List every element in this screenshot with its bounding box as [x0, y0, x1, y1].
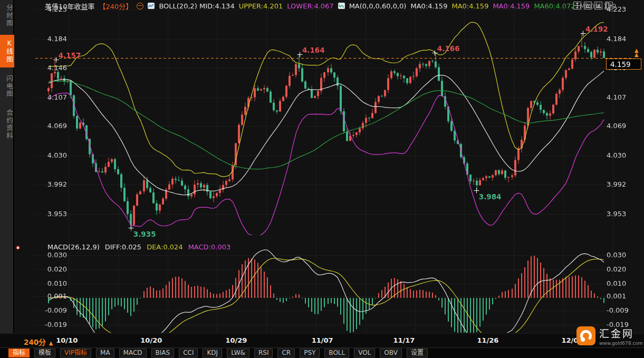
toolbar-button-settings[interactable]: 设置 [407, 349, 428, 357]
macd-axis-tick: 0.010 [607, 279, 626, 287]
price-annotation: 4.164 [302, 46, 325, 54]
main-axis-tick: 4.107 [35, 93, 67, 101]
macd-axis-tick: 0.020 [35, 265, 67, 273]
indicator-header: 美债10年收益率 【240分】 BOLL(20,2) MID:4.134 UPP… [14, 0, 644, 12]
date-axis-row: 240分▲ 10/1010/2010/2911/0711/1711/2612/0… [0, 333, 644, 347]
boll-indicator-icon[interactable] [148, 3, 155, 9]
main-axis-tick: 4.030 [35, 151, 67, 159]
ma-params-label: MA(0,0,0,60,0,0) [349, 2, 407, 10]
macd-axis-tick: 0.030 [35, 251, 67, 259]
toolbar-button-indicator[interactable]: 指标 [8, 349, 30, 357]
toolbar-button-cr[interactable]: CR [277, 349, 295, 357]
bottom-toolbar: 指标模板VIP指标MAMACDBIASCCIKDJLW&RSICRPSYBOLL… [0, 347, 644, 358]
ma1-value: MA0:4.159 [410, 2, 447, 10]
brand-logo: 汇金网 www.gold678.com [576, 326, 643, 346]
toolbar-button-lw[interactable]: LW& [227, 349, 249, 357]
macd-diff-value: DIFF:0.025 [105, 243, 141, 251]
price-annotation: 4.166 [437, 44, 460, 53]
main-axis-tick: 4.184 [35, 35, 67, 43]
main-axis-tick: 3.953 [35, 210, 67, 218]
ma2-value: MA0:4.159 [451, 2, 488, 10]
toolbar-button-vip-indicator[interactable]: VIP指标 [60, 349, 91, 357]
macd-panel-icon[interactable]: ✹ [14, 244, 22, 251]
main-axis-tick: 3.992 [607, 180, 626, 188]
date-tick-10/29: 10/29 [224, 336, 249, 344]
ma5-value: MA0:4.159 [580, 2, 617, 10]
date-tick-10/20: 10/20 [139, 336, 164, 344]
macd-axis-tick: 0.010 [35, 279, 67, 287]
date-tick-11/17: 11/17 [391, 336, 417, 344]
boll-lower-value: LOWER:4.067 [287, 2, 333, 10]
brand-name: 汇金网 [599, 326, 643, 340]
toolbar-button-cci[interactable]: CCI [179, 349, 198, 357]
macd-axis-tick: 0.001 [607, 292, 626, 300]
main-axis-tick: 4.184 [607, 35, 626, 43]
macd-dea-value: DEA:0.024 [147, 243, 183, 251]
sidebar-tab-contract-info[interactable]: 合约资料 [0, 105, 14, 144]
boll-upper-value: UPPER:4.201 [239, 2, 283, 10]
main-axis-tick: 3.953 [607, 210, 626, 218]
sidebar-tab-time-chart[interactable]: 分时图 [0, 0, 14, 32]
ma3-value: MA0:4.159 [493, 2, 530, 10]
toolbar-button-macd[interactable]: MACD [119, 349, 147, 357]
chart-canvas[interactable] [14, 0, 644, 333]
toolbar-button-bias[interactable]: BIAS [151, 349, 175, 357]
price-annotation: 3.935 [133, 230, 156, 238]
chart-main-area: 美债10年收益率 【240分】 BOLL(20,2) MID:4.134 UPP… [14, 0, 644, 333]
timeframe-selector[interactable]: 240分▲ [24, 336, 53, 347]
price-up-arrows-icon: ▲▲ [635, 49, 639, 57]
brand-url: www.gold678.com [599, 341, 643, 346]
toolbar-button-ma[interactable]: MA [96, 349, 114, 357]
date-tick-10/10: 10/10 [54, 336, 80, 344]
toolbar-button-psy[interactable]: PSY [300, 349, 320, 357]
boll-values: BOLL(20,2) MID:4.134 [159, 2, 234, 10]
toolbar-button-template[interactable]: 模板 [34, 349, 55, 357]
sidebar: 分时图K线图闪电图合约资料 [0, 0, 14, 333]
toolbar-button-rsi[interactable]: RSI [254, 349, 273, 357]
main-axis-tick: 4.107 [607, 93, 626, 101]
main-axis-tick: 3.992 [35, 180, 67, 188]
macd-macd-value: MACD:0.003 [188, 243, 231, 251]
main-axis-tick: 4.069 [607, 122, 626, 130]
current-price-value: 4.159 [610, 60, 631, 69]
macd-axis-tick: -0.009 [607, 306, 629, 314]
main-axis-tick: 4.146 [35, 64, 67, 72]
main-axis-tick: 4.030 [607, 151, 626, 159]
zoom-out-icon[interactable] [137, 3, 143, 9]
macd-header: MACD(26,12,9) DIFF:0.025 DEA:0.024 MACD:… [47, 243, 230, 251]
toolbar-button-vol[interactable]: VOL [354, 349, 375, 357]
current-price-tag: 4.159 [606, 59, 641, 70]
price-annotation: 3.984 [479, 192, 502, 201]
date-tick-11/26: 11/26 [475, 336, 501, 344]
period-label[interactable]: 【240分】 [99, 1, 133, 11]
price-annotation: 4.157 [59, 51, 81, 60]
sidebar-tab-kline-chart[interactable]: K线图 [0, 35, 14, 67]
ma-indicator-icon[interactable] [338, 3, 345, 9]
main-axis-tick: 4.069 [35, 122, 67, 130]
toolbar-button-obv[interactable]: OBV [380, 349, 402, 357]
macd-axis-tick: -0.009 [35, 306, 67, 314]
sidebar-tab-flash-chart[interactable]: 闪电图 [0, 71, 14, 102]
gold678-logo-icon [576, 326, 595, 345]
macd-axis-tick: -0.019 [35, 321, 67, 328]
trading-terminal: 分时图K线图闪电图合约资料 美债10年收益率 【240分】 BOLL(20,2)… [0, 0, 644, 358]
macd-params-label: MACD(26,12,9) [47, 243, 100, 251]
ma4-value: MA60:4.072 [534, 2, 575, 10]
timeframe-arrow-icon: ▲ [49, 340, 53, 346]
toolbar-button-boll[interactable]: BOLL [324, 349, 349, 357]
toolbar-button-kdj[interactable]: KDJ [203, 349, 222, 357]
price-annotation: 4.192 [585, 25, 608, 33]
date-tick-11/07: 11/07 [310, 336, 335, 344]
macd-axis-tick: 0.020 [607, 265, 626, 273]
symbol-title: 美债10年收益率 [45, 1, 95, 11]
macd-axis-tick: 0.030 [607, 251, 626, 259]
macd-axis-tick: 0.001 [35, 292, 67, 300]
